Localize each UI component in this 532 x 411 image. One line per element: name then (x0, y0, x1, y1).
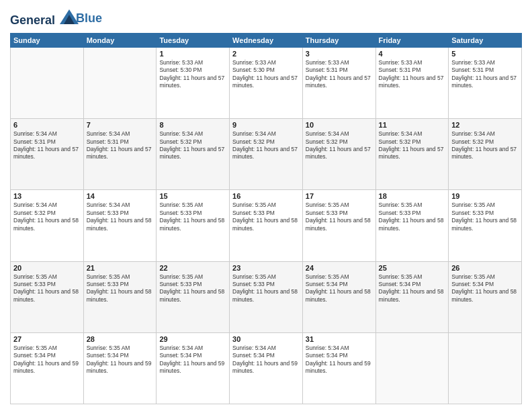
day-number: 6 (13, 121, 81, 129)
calendar-cell: 13Sunrise: 5:34 AMSunset: 5:32 PMDayligh… (11, 190, 84, 261)
day-info: Sunrise: 5:35 AMSunset: 5:34 PMDaylight:… (379, 273, 446, 304)
day-info: Sunrise: 5:35 AMSunset: 5:33 PMDaylight:… (232, 273, 300, 304)
calendar-cell: 6Sunrise: 5:34 AMSunset: 5:31 PMDaylight… (11, 119, 84, 190)
calendar-cell: 12Sunrise: 5:34 AMSunset: 5:32 PMDayligh… (449, 119, 522, 190)
day-info: Sunrise: 5:34 AMSunset: 5:33 PMDaylight:… (87, 201, 154, 232)
day-number: 2 (232, 50, 300, 58)
day-info: Sunrise: 5:35 AMSunset: 5:34 PMDaylight:… (87, 345, 154, 375)
day-info: Sunrise: 5:35 AMSunset: 5:34 PMDaylight:… (13, 345, 81, 375)
logo-text: General (10, 9, 79, 28)
day-info: Sunrise: 5:33 AMSunset: 5:30 PMDaylight:… (232, 59, 300, 90)
calendar-cell (375, 332, 449, 404)
calendar-cell: 9Sunrise: 5:34 AMSunset: 5:32 PMDaylight… (230, 119, 303, 190)
day-number: 13 (13, 192, 81, 200)
header: General Blue (10, 7, 522, 28)
calendar-cell: 31Sunrise: 5:34 AMSunset: 5:34 PMDayligh… (302, 332, 375, 404)
day-number: 7 (87, 121, 154, 129)
day-number: 31 (306, 335, 373, 343)
weekday-header: Wednesday (230, 33, 303, 47)
calendar-cell: 8Sunrise: 5:34 AMSunset: 5:32 PMDaylight… (157, 119, 230, 190)
calendar-cell: 14Sunrise: 5:34 AMSunset: 5:33 PMDayligh… (83, 190, 157, 261)
calendar-cell: 30Sunrise: 5:34 AMSunset: 5:34 PMDayligh… (230, 332, 303, 404)
calendar-cell: 22Sunrise: 5:35 AMSunset: 5:33 PMDayligh… (157, 261, 230, 332)
calendar-cell: 4Sunrise: 5:33 AMSunset: 5:31 PMDaylight… (375, 47, 449, 118)
calendar-cell: 17Sunrise: 5:35 AMSunset: 5:33 PMDayligh… (302, 190, 375, 261)
day-number: 23 (232, 264, 300, 272)
weekday-header: Tuesday (157, 33, 230, 47)
calendar-cell: 28Sunrise: 5:35 AMSunset: 5:34 PMDayligh… (83, 332, 157, 404)
day-number: 16 (232, 192, 300, 200)
day-info: Sunrise: 5:34 AMSunset: 5:32 PMDaylight:… (232, 130, 300, 161)
calendar-cell: 19Sunrise: 5:35 AMSunset: 5:33 PMDayligh… (449, 190, 522, 261)
day-number: 9 (232, 121, 300, 129)
day-number: 29 (159, 335, 226, 343)
day-number: 5 (451, 50, 519, 58)
day-info: Sunrise: 5:33 AMSunset: 5:30 PMDaylight:… (159, 59, 226, 90)
calendar-cell (83, 47, 157, 118)
weekday-header: Friday (375, 33, 449, 47)
day-number: 19 (451, 192, 519, 200)
day-info: Sunrise: 5:34 AMSunset: 5:32 PMDaylight:… (451, 130, 519, 161)
day-info: Sunrise: 5:35 AMSunset: 5:34 PMDaylight:… (306, 273, 373, 304)
calendar-cell: 25Sunrise: 5:35 AMSunset: 5:34 PMDayligh… (375, 261, 449, 332)
calendar-cell: 23Sunrise: 5:35 AMSunset: 5:33 PMDayligh… (230, 261, 303, 332)
day-info: Sunrise: 5:35 AMSunset: 5:33 PMDaylight:… (451, 201, 519, 232)
logo-blue: Blue (76, 11, 102, 26)
calendar-week-row: 27Sunrise: 5:35 AMSunset: 5:34 PMDayligh… (11, 332, 522, 404)
day-number: 30 (232, 335, 300, 343)
day-number: 20 (13, 264, 81, 272)
calendar-cell: 21Sunrise: 5:35 AMSunset: 5:33 PMDayligh… (83, 261, 157, 332)
day-info: Sunrise: 5:34 AMSunset: 5:32 PMDaylight:… (379, 130, 446, 161)
calendar-header-row: SundayMondayTuesdayWednesdayThursdayFrid… (11, 33, 522, 47)
weekday-header: Saturday (449, 33, 522, 47)
page: General Blue SundayMondayTuesdayWednesda… (0, 0, 532, 411)
logo: General Blue (10, 9, 102, 28)
day-info: Sunrise: 5:34 AMSunset: 5:34 PMDaylight:… (232, 345, 300, 375)
day-number: 4 (379, 50, 446, 58)
day-number: 15 (159, 192, 226, 200)
calendar-cell (449, 332, 522, 404)
day-number: 8 (159, 121, 226, 129)
calendar-cell: 18Sunrise: 5:35 AMSunset: 5:33 PMDayligh… (375, 190, 449, 261)
day-info: Sunrise: 5:34 AMSunset: 5:31 PMDaylight:… (87, 130, 154, 161)
day-info: Sunrise: 5:35 AMSunset: 5:33 PMDaylight:… (232, 201, 300, 232)
day-number: 14 (87, 192, 154, 200)
calendar-cell: 3Sunrise: 5:33 AMSunset: 5:31 PMDaylight… (302, 47, 375, 118)
day-info: Sunrise: 5:35 AMSunset: 5:34 PMDaylight:… (451, 273, 519, 304)
calendar-cell: 29Sunrise: 5:34 AMSunset: 5:34 PMDayligh… (157, 332, 230, 404)
calendar-cell: 7Sunrise: 5:34 AMSunset: 5:31 PMDaylight… (83, 119, 157, 190)
calendar-week-row: 20Sunrise: 5:35 AMSunset: 5:33 PMDayligh… (11, 261, 522, 332)
calendar-cell: 1Sunrise: 5:33 AMSunset: 5:30 PMDaylight… (157, 47, 230, 118)
calendar-cell: 11Sunrise: 5:34 AMSunset: 5:32 PMDayligh… (375, 119, 449, 190)
day-info: Sunrise: 5:35 AMSunset: 5:33 PMDaylight:… (306, 201, 373, 232)
day-info: Sunrise: 5:34 AMSunset: 5:32 PMDaylight:… (159, 130, 226, 161)
day-number: 21 (87, 264, 154, 272)
calendar-cell: 24Sunrise: 5:35 AMSunset: 5:34 PMDayligh… (302, 261, 375, 332)
day-number: 3 (306, 50, 373, 58)
day-info: Sunrise: 5:35 AMSunset: 5:33 PMDaylight:… (159, 273, 226, 304)
calendar-week-row: 1Sunrise: 5:33 AMSunset: 5:30 PMDaylight… (11, 47, 522, 118)
calendar-cell: 16Sunrise: 5:35 AMSunset: 5:33 PMDayligh… (230, 190, 303, 261)
day-number: 1 (159, 50, 226, 58)
weekday-header: Sunday (11, 33, 84, 47)
day-info: Sunrise: 5:35 AMSunset: 5:33 PMDaylight:… (159, 201, 226, 232)
day-number: 26 (451, 264, 519, 272)
calendar-week-row: 13Sunrise: 5:34 AMSunset: 5:32 PMDayligh… (11, 190, 522, 261)
day-info: Sunrise: 5:35 AMSunset: 5:33 PMDaylight:… (87, 273, 154, 304)
calendar-cell: 5Sunrise: 5:33 AMSunset: 5:31 PMDaylight… (449, 47, 522, 118)
calendar-cell: 27Sunrise: 5:35 AMSunset: 5:34 PMDayligh… (11, 332, 84, 404)
calendar-cell: 10Sunrise: 5:34 AMSunset: 5:32 PMDayligh… (302, 119, 375, 190)
day-number: 22 (159, 264, 226, 272)
day-info: Sunrise: 5:35 AMSunset: 5:33 PMDaylight:… (379, 201, 446, 232)
calendar-cell (11, 47, 84, 118)
day-number: 25 (379, 264, 446, 272)
calendar-cell: 20Sunrise: 5:35 AMSunset: 5:33 PMDayligh… (11, 261, 84, 332)
day-number: 12 (451, 121, 519, 129)
calendar-cell: 2Sunrise: 5:33 AMSunset: 5:30 PMDaylight… (230, 47, 303, 118)
day-info: Sunrise: 5:33 AMSunset: 5:31 PMDaylight:… (379, 59, 446, 90)
day-info: Sunrise: 5:34 AMSunset: 5:34 PMDaylight:… (159, 345, 226, 375)
day-info: Sunrise: 5:34 AMSunset: 5:32 PMDaylight:… (13, 201, 81, 232)
day-number: 17 (306, 192, 373, 200)
day-info: Sunrise: 5:33 AMSunset: 5:31 PMDaylight:… (451, 59, 519, 90)
day-number: 18 (379, 192, 446, 200)
